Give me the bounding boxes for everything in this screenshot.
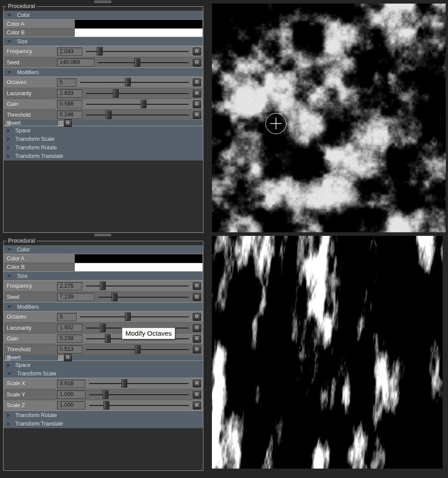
section-header-transform-rotate[interactable]: Transform Rotate bbox=[4, 411, 203, 419]
reset-button[interactable]: R bbox=[193, 111, 201, 119]
section-header-space[interactable]: Space bbox=[4, 126, 203, 135]
slider[interactable] bbox=[98, 292, 189, 302]
section-label: Color bbox=[17, 12, 30, 18]
row-group: Scale X3.918RScale Y1.000RScale Z1.000R bbox=[4, 378, 203, 411]
reset-button[interactable]: R bbox=[193, 313, 201, 321]
reset-button[interactable]: R bbox=[193, 47, 201, 55]
reset-button[interactable]: R bbox=[64, 119, 72, 127]
reset-button[interactable]: R bbox=[193, 100, 201, 108]
slider-handle[interactable] bbox=[103, 401, 109, 410]
section-header-transform-rotate[interactable]: Transform Rotate bbox=[4, 143, 203, 152]
slider-handle[interactable] bbox=[125, 78, 131, 86]
slider[interactable] bbox=[80, 312, 189, 322]
section-header-modifiers[interactable]: Modifiers bbox=[4, 303, 203, 311]
section-label: Space bbox=[15, 128, 30, 134]
noise-preview-top[interactable] bbox=[212, 4, 446, 232]
reset-button[interactable]: R bbox=[193, 282, 201, 290]
value-input[interactable]: 2.275 bbox=[57, 282, 82, 290]
slider-handle[interactable] bbox=[100, 282, 106, 290]
color-swatch[interactable] bbox=[75, 29, 202, 37]
value-input[interactable]: 2.833 bbox=[57, 89, 82, 98]
slider[interactable] bbox=[86, 99, 189, 109]
section-header-transform-translate[interactable]: Transform Translate bbox=[4, 152, 203, 160]
slider-handle[interactable] bbox=[135, 345, 141, 354]
reset-button[interactable]: R bbox=[193, 391, 201, 399]
value-input[interactable]: 0.588 bbox=[57, 100, 82, 108]
splitter-grip[interactable] bbox=[95, 234, 111, 236]
param-row: Threshold0.513R bbox=[4, 344, 202, 354]
slider-handle[interactable] bbox=[121, 379, 127, 388]
slider[interactable] bbox=[89, 400, 189, 410]
color-swatch[interactable] bbox=[75, 263, 202, 271]
slider-track[interactable] bbox=[80, 316, 189, 317]
procedural-panel-top: Procedural ColorColor AColor BSizeFreque… bbox=[3, 6, 203, 233]
section-label: Modifiers bbox=[17, 304, 39, 310]
slider[interactable] bbox=[86, 281, 189, 291]
section-header-transform-scale[interactable]: Transform Scale bbox=[4, 369, 203, 378]
slider-handle[interactable] bbox=[134, 58, 140, 67]
section-header-size[interactable]: Size bbox=[4, 272, 203, 280]
value-input[interactable]: 0.238 bbox=[57, 334, 82, 343]
value-input[interactable]: 1.000 bbox=[57, 390, 86, 399]
slider-handle[interactable] bbox=[97, 47, 103, 55]
reset-button[interactable]: R bbox=[193, 335, 201, 343]
section-header-transform-translate[interactable]: Transform Translate bbox=[4, 419, 203, 428]
value-input[interactable]: 5 bbox=[57, 78, 77, 87]
value-input[interactable]: 1.000 bbox=[57, 401, 86, 410]
reset-button[interactable]: R bbox=[193, 346, 201, 354]
reset-button[interactable]: R bbox=[64, 354, 72, 362]
invert-checkbox[interactable] bbox=[57, 354, 64, 360]
value-input[interactable]: 0.246 bbox=[57, 111, 82, 119]
section-header-color[interactable]: Color bbox=[4, 245, 203, 254]
slider-handle[interactable] bbox=[106, 111, 112, 119]
invert-checkbox[interactable] bbox=[57, 120, 64, 126]
slider[interactable] bbox=[86, 88, 189, 98]
reset-button[interactable]: R bbox=[193, 324, 201, 332]
slider[interactable] bbox=[89, 389, 189, 400]
reset-button[interactable]: R bbox=[193, 59, 201, 67]
value-input[interactable]: 0.513 bbox=[57, 345, 82, 354]
color-swatch[interactable] bbox=[75, 20, 202, 28]
section-header-modifiers[interactable]: Modifiers bbox=[4, 68, 203, 77]
slider-track[interactable] bbox=[86, 115, 189, 115]
reset-button[interactable]: R bbox=[193, 293, 201, 301]
slider-handle[interactable] bbox=[125, 312, 131, 321]
slider[interactable] bbox=[86, 46, 189, 57]
chevron-down-icon bbox=[7, 14, 12, 17]
value-input[interactable]: 2.043 bbox=[57, 47, 82, 56]
value-input[interactable]: 5 bbox=[57, 313, 77, 321]
splitter-grip[interactable] bbox=[95, 0, 111, 3]
slider-handle[interactable] bbox=[103, 390, 108, 399]
section-header-space[interactable]: Space bbox=[4, 361, 203, 369]
value-input[interactable]: 140.069 bbox=[57, 58, 95, 67]
noise-preview-bottom[interactable] bbox=[212, 236, 443, 469]
slider[interactable] bbox=[80, 77, 189, 88]
slider[interactable] bbox=[89, 378, 189, 389]
value-input[interactable]: 7.139 bbox=[57, 293, 95, 301]
section-header-size[interactable]: Size bbox=[4, 37, 203, 46]
slider-handle[interactable] bbox=[112, 293, 117, 301]
slider[interactable] bbox=[86, 110, 189, 120]
slider-track[interactable] bbox=[86, 93, 189, 94]
section-header-transform-scale[interactable]: Transform Scale bbox=[4, 135, 203, 143]
section-header-color[interactable]: Color bbox=[4, 11, 203, 19]
reset-button[interactable]: R bbox=[193, 401, 201, 410]
slider-track[interactable] bbox=[89, 383, 189, 384]
slider-handle[interactable] bbox=[141, 100, 146, 108]
slider-track[interactable] bbox=[98, 62, 189, 63]
value-input[interactable]: 1.502 bbox=[57, 324, 82, 332]
reset-button[interactable]: R bbox=[193, 78, 201, 86]
slider[interactable] bbox=[86, 344, 189, 354]
param-row: Frequency2.275R bbox=[4, 281, 202, 291]
color-swatch[interactable] bbox=[75, 254, 202, 263]
slider-handle[interactable] bbox=[105, 334, 111, 343]
reset-button[interactable]: R bbox=[193, 90, 201, 98]
slider-track[interactable] bbox=[80, 82, 189, 83]
param-row: Octaves5R bbox=[4, 312, 202, 322]
slider-handle[interactable] bbox=[113, 89, 119, 98]
slider-handle[interactable] bbox=[100, 324, 106, 332]
value-input[interactable]: 3.918 bbox=[57, 380, 86, 388]
slider-track[interactable] bbox=[86, 104, 189, 105]
slider[interactable] bbox=[98, 57, 189, 68]
reset-button[interactable]: R bbox=[193, 380, 201, 388]
